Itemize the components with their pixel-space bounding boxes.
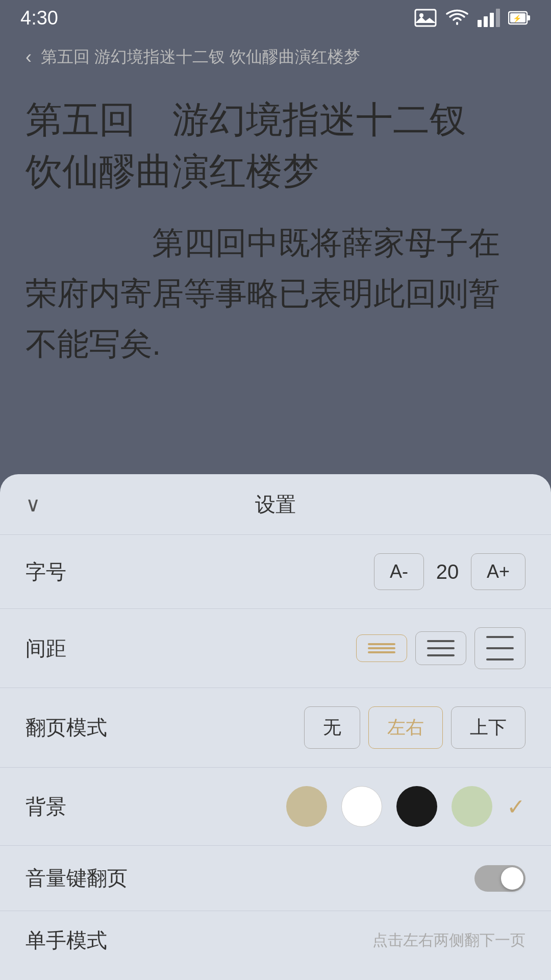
svg-point-1	[419, 13, 423, 17]
page-mode-label: 翻页模式	[26, 714, 107, 742]
page-mode-controls: 无 左右 上下	[304, 706, 525, 749]
svg-rect-3	[484, 16, 488, 27]
spacing-controls	[356, 627, 525, 669]
chapter-content: 第四回中既将薛家母子在荣府内寄居等事略已表明此回则暂不能写矣.	[26, 217, 525, 370]
volume-key-row: 音量键翻页	[0, 846, 551, 911]
single-hand-label: 单手模式	[26, 926, 107, 954]
spacing-tight-button[interactable]	[356, 634, 407, 662]
wifi-icon	[445, 9, 469, 27]
toggle-knob	[501, 867, 523, 890]
font-size-controls: A- 20 A+	[374, 553, 525, 590]
background-row: 背景 ✓	[0, 768, 551, 846]
mode-ud-button[interactable]: 上下	[451, 706, 525, 749]
settings-header: ∨ 设置	[0, 474, 551, 535]
single-hand-row: 单手模式 点击左右两侧翻下一页	[0, 911, 551, 960]
chapter-title: 第五回 游幻境指迷十二钗 饮仙醪曲演红楼梦	[26, 94, 525, 197]
font-increase-button[interactable]: A+	[471, 553, 525, 590]
svg-rect-5	[496, 9, 500, 27]
back-button[interactable]: ‹	[26, 46, 32, 68]
spacing-medium-button[interactable]	[415, 631, 466, 665]
volume-key-toggle[interactable]	[474, 865, 525, 892]
font-decrease-button[interactable]: A-	[374, 553, 424, 590]
status-bar: 4:30 ⚡	[0, 0, 551, 36]
font-size-label: 字号	[26, 558, 66, 586]
spacing-label: 间距	[26, 634, 66, 663]
mode-none-button[interactable]: 无	[304, 706, 360, 749]
page-mode-row: 翻页模式 无 左右 上下	[0, 688, 551, 768]
font-size-row: 字号 A- 20 A+	[0, 535, 551, 609]
svg-rect-4	[490, 13, 494, 27]
status-time: 4:30	[20, 7, 58, 29]
mode-lr-button[interactable]: 左右	[368, 706, 443, 749]
bg-black-button[interactable]	[396, 786, 437, 827]
status-icons: ⚡	[414, 9, 531, 27]
bg-green-button[interactable]	[452, 786, 492, 827]
svg-rect-2	[478, 20, 482, 27]
spacing-row: 间距	[0, 609, 551, 688]
single-hand-hint: 点击左右两侧翻下一页	[372, 930, 525, 951]
battery-icon: ⚡	[508, 9, 531, 27]
svg-rect-0	[415, 10, 436, 26]
background-active-check: ✓	[507, 794, 525, 820]
collapse-button[interactable]: ∨	[26, 493, 40, 516]
signal-icon	[478, 9, 500, 27]
spacing-wide-button[interactable]	[474, 627, 525, 669]
bg-white-button[interactable]	[341, 786, 382, 827]
top-nav: ‹ 第五回 游幻境指迷十二钗 饮仙醪曲演红楼梦	[26, 46, 525, 68]
image-icon	[414, 9, 437, 27]
svg-text:⚡: ⚡	[513, 14, 522, 23]
svg-rect-7	[527, 15, 530, 20]
chapter-nav-title: 第五回 游幻境指迷十二钗 饮仙醪曲演红楼梦	[41, 46, 360, 68]
settings-title: 设置	[255, 491, 296, 519]
settings-panel: ∨ 设置 字号 A- 20 A+ 间距	[0, 474, 551, 980]
background-controls: ✓	[286, 786, 525, 827]
background-label: 背景	[26, 793, 66, 821]
font-size-value: 20	[432, 560, 463, 583]
reading-area: ‹ 第五回 游幻境指迷十二钗 饮仙醪曲演红楼梦 第五回 游幻境指迷十二钗 饮仙醪…	[0, 36, 551, 400]
volume-key-label: 音量键翻页	[26, 864, 128, 892]
bg-beige-button[interactable]	[286, 786, 327, 827]
